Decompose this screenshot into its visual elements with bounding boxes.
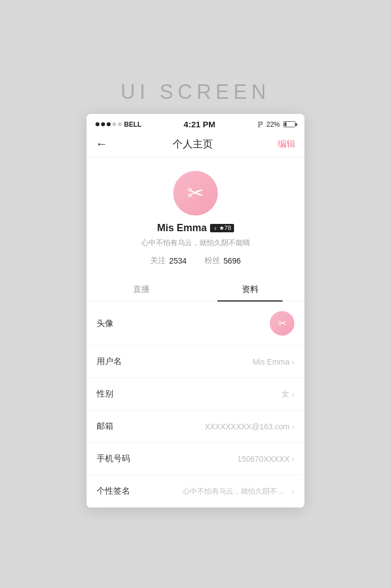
- phone-row[interactable]: 手机号码 150670XXXXX ›: [87, 443, 304, 475]
- tab-profile[interactable]: 资料: [196, 277, 304, 301]
- status-right: ℙ 22%: [258, 120, 295, 129]
- back-button[interactable]: ←: [96, 137, 108, 151]
- username-row: Mis Emma ♀ ★78: [157, 222, 234, 234]
- username-row-label: 用户名: [97, 356, 122, 367]
- followers-stat: 粉丝 5696: [204, 256, 241, 266]
- email-chevron-icon: ›: [292, 422, 294, 431]
- gender-row[interactable]: 性别 女 ›: [87, 378, 304, 410]
- gender-row-label: 性别: [97, 389, 113, 399]
- carrier-label: BELL: [124, 121, 141, 128]
- gender-value-text: 女: [282, 389, 289, 399]
- tab-live[interactable]: 直播: [87, 277, 196, 301]
- edit-button[interactable]: 编辑: [278, 138, 295, 150]
- dot-1: [96, 122, 99, 126]
- gender-row-value: 女 ›: [282, 389, 294, 399]
- stats-row: 关注 2534 粉丝 5696: [150, 256, 241, 266]
- battery-pct: 22%: [266, 121, 280, 128]
- following-count: 2534: [169, 256, 187, 265]
- ui-screen-label: UI SCREEN: [121, 80, 270, 104]
- gender-chevron-icon: ›: [292, 390, 294, 399]
- avatar-row[interactable]: 头像 ✂: [87, 302, 304, 346]
- signature-row-label: 个性签名: [97, 486, 130, 496]
- signature-chevron-icon: ›: [292, 487, 294, 496]
- tabs: 直播 资料: [87, 277, 304, 302]
- username-label: Mis Emma: [157, 222, 207, 234]
- signature-row[interactable]: 个性签名 心中不怕有乌云，就怕久阴不能晴 ›: [87, 475, 304, 508]
- following-stat: 关注 2534: [150, 256, 187, 266]
- signature-row-value: 心中不怕有乌云，就怕久阴不能晴 ›: [183, 486, 294, 496]
- username-chevron-icon: ›: [292, 357, 294, 366]
- nav-title: 个人主页: [173, 137, 213, 151]
- username-value-text: Mis Emma: [252, 357, 289, 366]
- dot-3: [107, 122, 111, 126]
- profile-section: ✂ Mis Emma ♀ ★78 心中不怕有乌云，就怕久阴不能晴 关注 2534…: [87, 157, 304, 277]
- signal-dots: [96, 122, 122, 126]
- avatar[interactable]: ✂: [173, 171, 218, 216]
- followers-count: 5696: [223, 256, 241, 265]
- phone-chevron-icon: ›: [292, 455, 294, 463]
- phone-row-label: 手机号码: [97, 453, 130, 464]
- avatar-thumb-icon: ✂: [278, 317, 287, 329]
- avatar-row-right: ✂: [270, 311, 294, 336]
- signature-value-text: 心中不怕有乌云，就怕久阴不能晴: [183, 486, 289, 496]
- username-row-form[interactable]: 用户名 Mis Emma ›: [87, 346, 304, 378]
- username-row-value: Mis Emma ›: [252, 357, 294, 366]
- profile-list: 头像 ✂ 用户名 Mis Emma › 性别 女 › 邮箱: [87, 302, 304, 508]
- dot-2: [101, 122, 105, 126]
- dot-4: [112, 122, 116, 126]
- battery-fill: [284, 122, 287, 126]
- avatar-thumb: ✂: [270, 311, 294, 336]
- status-left: BELL: [96, 121, 141, 128]
- gender-symbol: ♀: [213, 225, 217, 232]
- phone-value-text: 150670XXXXX: [237, 455, 289, 463]
- email-row[interactable]: 邮箱 XXXXXXXXX@163.com ›: [87, 410, 304, 443]
- bluetooth-icon: ℙ: [258, 120, 263, 129]
- phone-row-value: 150670XXXXX ›: [237, 455, 294, 463]
- time-label: 4:21 PM: [184, 119, 216, 129]
- followers-label: 粉丝: [204, 256, 220, 266]
- avatar-row-label: 头像: [97, 318, 113, 329]
- email-row-value: XXXXXXXXX@163.com ›: [204, 422, 294, 431]
- star-badge: ★78: [219, 224, 231, 232]
- battery-bar: [283, 121, 295, 127]
- status-bar: BELL 4:21 PM ℙ 22%: [87, 114, 304, 132]
- email-value-text: XXXXXXXXX@163.com: [204, 422, 289, 431]
- following-label: 关注: [150, 256, 166, 266]
- dot-5: [118, 122, 122, 126]
- bio-text: 心中不怕有乌云，就怕久阴不能晴: [141, 238, 250, 248]
- nav-bar: ← 个人主页 编辑: [87, 132, 304, 157]
- email-row-label: 邮箱: [97, 421, 113, 432]
- avatar-icon: ✂: [187, 183, 204, 203]
- phone-frame: BELL 4:21 PM ℙ 22% ← 个人主页 编辑 ✂ Mis Emma …: [87, 114, 304, 508]
- gender-badge: ♀ ★78: [210, 224, 234, 232]
